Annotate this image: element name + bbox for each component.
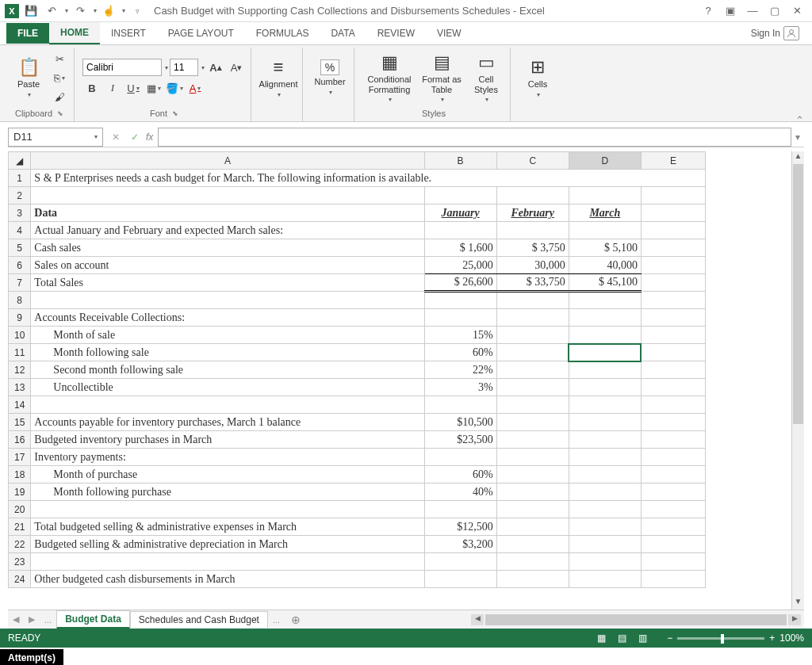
name-box[interactable]: D11 ▾ xyxy=(8,128,103,147)
save-button[interactable]: 💾 xyxy=(22,2,40,20)
tab-review[interactable]: REVIEW xyxy=(366,23,426,44)
cut-button[interactable]: ✂ xyxy=(50,50,69,67)
cancel-formula-button[interactable]: ✕ xyxy=(108,129,124,145)
cell[interactable]: Data xyxy=(31,204,424,222)
row-header[interactable]: 22 xyxy=(9,536,31,553)
redo-dropdown-icon[interactable]: ▾ xyxy=(94,7,97,14)
vertical-scrollbar[interactable]: ▲ ▼ xyxy=(791,151,804,610)
redo-button[interactable]: ↷ xyxy=(71,2,89,20)
row-header[interactable]: 3 xyxy=(9,204,31,222)
row-header[interactable]: 13 xyxy=(9,379,31,396)
number-button[interactable]: % Number ▾ xyxy=(311,50,349,105)
minimize-button[interactable]: — xyxy=(742,2,763,20)
row-header[interactable]: 2 xyxy=(9,187,31,204)
active-cell-D11[interactable] xyxy=(569,344,641,361)
scroll-down-button[interactable]: ▼ xyxy=(792,597,804,610)
underline-button[interactable]: U▾ xyxy=(124,79,143,97)
row-header[interactable]: 20 xyxy=(9,501,31,518)
cell[interactable]: S & P Enterprises needs a cash budget fo… xyxy=(31,170,706,187)
row-header[interactable]: 23 xyxy=(9,553,31,571)
hscroll-right-button[interactable]: ▶ xyxy=(788,614,801,625)
normal-view-button[interactable]: ▦ xyxy=(592,631,610,645)
cell-styles-button[interactable]: ▭ Cell Styles▾ xyxy=(467,50,505,105)
tab-home[interactable]: HOME xyxy=(49,22,100,44)
col-header-C[interactable]: C xyxy=(496,152,569,170)
maximize-button[interactable]: ▢ xyxy=(764,2,785,20)
font-dialog-launcher[interactable]: ⬊ xyxy=(172,109,178,117)
hscroll-thumb[interactable] xyxy=(485,614,787,625)
tab-file[interactable]: FILE xyxy=(6,23,49,44)
page-break-view-button[interactable]: ▥ xyxy=(634,631,651,645)
namebox-dropdown-icon[interactable]: ▾ xyxy=(94,133,98,140)
fill-color-button[interactable]: 🪣▾ xyxy=(165,79,184,97)
sheet-tabs-overflow[interactable]: ... xyxy=(268,615,285,625)
expand-formula-bar-button[interactable]: ▾ xyxy=(791,132,804,143)
undo-dropdown-icon[interactable]: ▾ xyxy=(65,7,68,14)
copy-button[interactable]: ⎘▾ xyxy=(50,69,69,86)
row-header[interactable]: 14 xyxy=(9,396,31,414)
row-header[interactable]: 6 xyxy=(9,257,31,274)
font-name-input[interactable] xyxy=(82,59,162,76)
conditional-formatting-button[interactable]: ▦ Conditional Formatting▾ xyxy=(362,50,416,105)
sheet-grid[interactable]: ◢ A B C D E 1S & P Enterprises needs a c… xyxy=(8,151,706,588)
cell[interactable] xyxy=(31,187,424,204)
bold-button[interactable]: B xyxy=(82,79,102,97)
zoom-in-button[interactable]: + xyxy=(769,633,775,644)
sheet-tab-budget-data[interactable]: Budget Data xyxy=(56,610,130,629)
row-header[interactable]: 17 xyxy=(9,449,31,466)
tab-page-layout[interactable]: PAGE LAYOUT xyxy=(157,23,245,44)
sheet-nav-next[interactable]: ▶ xyxy=(24,614,40,625)
row-header[interactable]: 5 xyxy=(9,239,31,257)
row-header[interactable]: 21 xyxy=(9,518,31,536)
clipboard-dialog-launcher[interactable]: ⬊ xyxy=(57,109,63,117)
increase-font-button[interactable]: A▴ xyxy=(206,59,225,76)
borders-button[interactable]: ▦▾ xyxy=(144,79,163,97)
zoom-slider[interactable] xyxy=(677,637,764,640)
row-header[interactable]: 1 xyxy=(9,170,31,187)
horizontal-scrollbar[interactable]: ◀ ▶ xyxy=(307,614,804,625)
formula-input[interactable] xyxy=(158,128,791,147)
col-header-D[interactable]: D xyxy=(569,152,641,170)
cells-button[interactable]: ⊞ Cells ▾ xyxy=(519,50,557,105)
select-all-button[interactable]: ◢ xyxy=(9,152,31,170)
fx-icon[interactable]: fx xyxy=(146,132,153,143)
col-header-E[interactable]: E xyxy=(641,152,705,170)
page-layout-view-button[interactable]: ▤ xyxy=(613,631,630,645)
scrollbar-thumb[interactable] xyxy=(793,164,803,424)
scroll-up-button[interactable]: ▲ xyxy=(792,151,804,164)
col-header-A[interactable]: A xyxy=(31,152,424,170)
new-sheet-button[interactable]: ⊕ xyxy=(285,613,307,626)
row-header[interactable]: 16 xyxy=(9,431,31,449)
qat-customize-icon[interactable]: ▾ xyxy=(122,7,125,14)
decrease-font-button[interactable]: A▾ xyxy=(227,59,246,76)
italic-button[interactable]: I xyxy=(103,79,122,97)
touch-mode-button[interactable]: ☝ xyxy=(100,2,117,20)
font-color-button[interactable]: A▾ xyxy=(186,79,205,97)
row-header[interactable]: 24 xyxy=(9,571,31,588)
row-header[interactable]: 11 xyxy=(9,344,31,361)
tab-formulas[interactable]: FORMULAS xyxy=(245,23,320,44)
zoom-level[interactable]: 100% xyxy=(779,633,804,644)
undo-button[interactable]: ↶ xyxy=(43,2,60,20)
paste-button[interactable]: 📋 Paste ▾ xyxy=(10,50,48,105)
enter-formula-button[interactable]: ✓ xyxy=(127,129,143,145)
row-header[interactable]: 15 xyxy=(9,414,31,431)
tab-view[interactable]: VIEW xyxy=(426,23,473,44)
row-header[interactable]: 18 xyxy=(9,466,31,483)
format-as-table-button[interactable]: ▤ Format as Table▾ xyxy=(419,50,465,105)
format-painter-button[interactable]: 🖌 xyxy=(50,88,69,105)
qat-more-icon[interactable]: ▿ xyxy=(128,2,146,20)
row-header[interactable]: 8 xyxy=(9,292,31,309)
row-header[interactable]: 9 xyxy=(9,309,31,327)
hscroll-left-button[interactable]: ◀ xyxy=(471,614,484,625)
row-header[interactable]: 10 xyxy=(9,327,31,344)
row-header[interactable]: 4 xyxy=(9,222,31,239)
row-header[interactable]: 7 xyxy=(9,274,31,292)
zoom-out-button[interactable]: − xyxy=(667,633,672,644)
tab-data[interactable]: DATA xyxy=(320,23,366,44)
alignment-button[interactable]: ≡ Alignment ▾ xyxy=(259,50,297,105)
row-header[interactable]: 19 xyxy=(9,483,31,501)
sign-in-button[interactable]: Sign In xyxy=(745,23,806,44)
help-button[interactable]: ? xyxy=(698,2,718,20)
collapse-ribbon-button[interactable]: ⌃ xyxy=(795,114,804,126)
